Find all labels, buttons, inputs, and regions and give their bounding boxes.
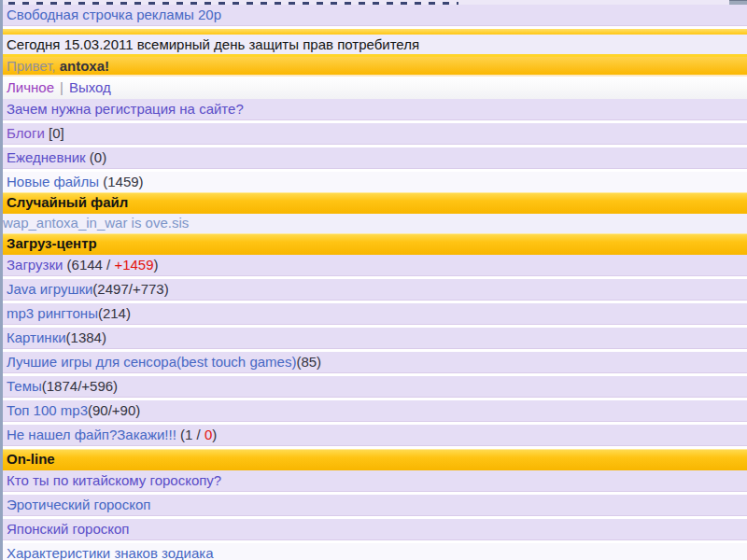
why-register-link[interactable]: Зачем нужна регистрация на сайте? [7,101,244,117]
section-online: On-line [3,449,747,470]
new-files-count: (1459) [99,174,144,189]
top100-mp3-link[interactable]: Топ 100 mp3 [7,402,88,418]
today-banner-text: Сегодня 15.03.2011 всемирный день защиты… [7,36,419,52]
touch-games-link[interactable]: Лучшие игры для сенсора(best touch games… [7,354,296,370]
row-top100-mp3[interactable]: Топ 100 mp3(90/+90) [3,400,747,425]
chinese-horoscope-link[interactable]: Кто ты по китайскому гороскопу? [7,472,221,488]
nav-separator: | [60,79,63,95]
row-japanese-horoscope[interactable]: Японский гороскоп [3,519,747,543]
greeting-prefix: Привет, [7,58,60,74]
row-mp3-ringtones[interactable]: mp3 рингтоны(214) [3,303,747,328]
order-file-count-close: ) [212,427,217,442]
row-themes[interactable]: Темы(1874/+596) [3,376,747,400]
user-nav: Личное|Выход [3,77,747,99]
pictures-count: (1384) [66,329,106,345]
row-random-file[interactable]: wap_antoxa_in_war is ove.sis [3,214,747,233]
greeting-row: Привет, antoxa! [3,57,747,77]
row-touch-games[interactable]: Лучшие игры для сенсора(best touch games… [3,352,747,376]
section-download-center-text: Загруз-центр [7,235,97,251]
top100-mp3-count: (90/+90) [88,402,140,418]
section-random-file: Случайный файл [3,192,747,214]
downloads-link[interactable]: Загрузки [7,257,63,273]
username: antoxa [60,58,105,74]
mp3-ringtones-count: (214) [98,305,131,321]
blogs-link[interactable]: Блоги [7,125,45,141]
row-order-file[interactable]: Не нашел файп?Закажи!!! (1 / 0) [3,425,747,449]
diary-link[interactable]: Ежедневник [7,149,86,165]
rows: Свободная строчка рекламы 20рСегодня 15.… [3,5,747,560]
themes-count: (1874/+596) [42,378,118,394]
section-random-file-text: Случайный файл [7,194,128,210]
order-file-link[interactable]: Не нашел файп?Закажи!!! [7,427,176,442]
row-blogs[interactable]: Блоги [0] [3,123,747,147]
row-erotic-horoscope[interactable]: Эротический гороскоп [3,495,747,519]
downloads-count: (6144 / [63,257,114,273]
row-pictures[interactable]: Картинки(1384) [3,328,747,352]
new-files-link[interactable]: Новые файлы [7,174,99,189]
downloads-count-close: ) [154,257,159,273]
row-free-ad[interactable]: Свободная строчка рекламы 20р [3,5,747,29]
row-diary[interactable]: Ежедневник (0) [3,147,747,172]
row-java-games[interactable]: Java игрушки(2497/+773) [3,279,747,303]
blogs-count: [0] [45,125,64,141]
greeting-suffix: ! [105,58,109,74]
mp3-ringtones-link[interactable]: mp3 рингтоны [7,305,98,321]
nav-link-personal[interactable]: Личное [7,79,54,95]
random-file-link[interactable]: wap_antoxa_in_war is ove.sis [3,215,189,231]
erotic-horoscope-link[interactable]: Эротический гороскоп [7,497,150,512]
wap-portal-page: Свободная строчка рекламы 20рСегодня 15.… [0,0,747,560]
pictures-link[interactable]: Картинки [7,329,66,345]
downloads-new-count: +1459 [114,257,153,273]
today-banner: Сегодня 15.03.2011 всемирный день защиты… [3,29,747,57]
row-why-register[interactable]: Зачем нужна регистрация на сайте? [3,99,747,123]
japanese-horoscope-link[interactable]: Японский гороскоп [7,521,129,537]
order-file-count: (1 / [176,427,204,442]
row-zodiac-signs[interactable]: Характеристики знаков зодиака [3,543,747,560]
row-chinese-horoscope[interactable]: Кто ты по китайскому гороскопу? [3,470,747,495]
java-games-link[interactable]: Java игрушки [7,281,92,297]
touch-games-count: (85) [296,354,321,370]
row-new-files[interactable]: Новые файлы (1459) [3,172,747,192]
section-download-center: Загруз-центр [3,233,747,255]
section-online-text: On-line [7,451,55,467]
java-games-count: (2497/+773) [92,281,168,297]
nav-link-logout[interactable]: Выход [69,79,111,95]
order-file-new-count: 0 [204,427,212,442]
themes-link[interactable]: Темы [7,378,42,394]
free-ad-link[interactable]: Свободная строчка рекламы 20р [7,7,221,22]
diary-count: (0) [86,149,107,165]
row-downloads[interactable]: Загрузки (6144 / +1459) [3,255,747,279]
zodiac-signs-link[interactable]: Характеристики знаков зодиака [7,545,214,560]
